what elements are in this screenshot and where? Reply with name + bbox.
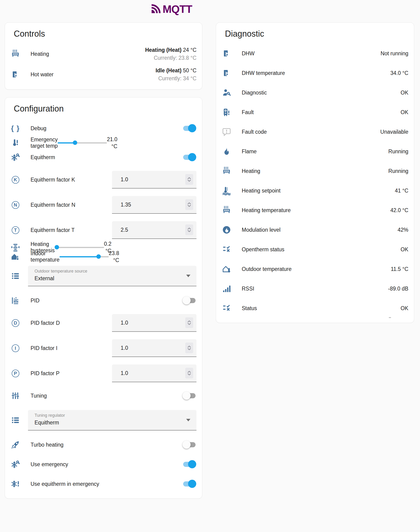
code-braces-icon: { } <box>11 124 20 133</box>
slider[interactable] <box>58 138 107 148</box>
list-icon <box>11 415 20 425</box>
control-state[interactable]: Idle (Heat) 50 °CCurrently: 34 °C <box>156 67 196 82</box>
list-status-icon <box>222 245 231 254</box>
config-label: Equitherm factor K <box>30 177 112 183</box>
config-row-equitherm-factor-n: NEquitherm factor N1.35 <box>5 192 202 218</box>
diagnostic-row[interactable]: Outdoor temperature11.5 °C <box>216 259 414 279</box>
diagnostic-value: 11.5 °C <box>391 266 408 272</box>
number-input[interactable]: 1.0 <box>112 365 196 382</box>
signal-icon <box>222 284 231 293</box>
config-row-emergency-target-temp: Emergency target temp21.0°C <box>5 138 54 148</box>
slider-thumb[interactable] <box>73 140 77 145</box>
radiator-icon <box>11 49 20 59</box>
select[interactable]: Outdoor temperature sourceExternal <box>28 266 196 286</box>
number-input[interactable]: 1.0 <box>112 339 196 357</box>
diagnostic-row[interactable]: DHW temperature34.0 °C <box>216 63 414 83</box>
toggle-thumb <box>182 296 191 305</box>
chat-alert-icon <box>222 127 231 136</box>
diagnostic-row[interactable]: FaultOK <box>216 103 414 122</box>
faucet-icon <box>11 70 20 79</box>
home-thermometer-outline-icon <box>222 264 231 274</box>
diagnostic-row[interactable]: StatusOK <box>216 298 414 318</box>
radiator-icon <box>222 206 231 215</box>
diagnostic-row[interactable]: DHWNot running <box>216 44 414 63</box>
config-label: PID factor P <box>30 370 112 377</box>
diagnostic-row[interactable]: DiagnosticOK <box>216 83 414 103</box>
number-input[interactable]: 1.0 <box>112 171 196 189</box>
state-mode: Heating (Heat) <box>145 47 181 53</box>
diagnostic-row[interactable]: Heating temperature42.0 °C <box>216 200 414 220</box>
number-stepper[interactable] <box>185 368 193 378</box>
number-input[interactable]: 1.35 <box>112 196 196 214</box>
config-row-use-equitherm-in-emergency: Use equitherm in emergency <box>5 474 202 494</box>
number-stepper[interactable] <box>185 317 193 328</box>
number-stepper[interactable] <box>185 342 193 353</box>
snowflake-wrench-icon <box>11 153 20 162</box>
control-state[interactable]: Heating (Heat) 24 °CCurrently: 23.8 °C <box>145 46 196 61</box>
config-label: Equitherm factor T <box>30 227 112 233</box>
select-label: Outdoor temperature source <box>34 269 196 274</box>
config-label: PID <box>30 297 183 304</box>
state-current: Currently: 23.8 °C <box>145 54 196 61</box>
slider-thumb[interactable] <box>55 245 59 250</box>
diagnostic-row[interactable]: Modulation level42% <box>216 220 414 240</box>
toggle[interactable] <box>183 126 195 131</box>
config-row-equitherm-factor-k: KEquitherm factor K1.0 <box>5 167 202 192</box>
diagnostic-value: Unavailable <box>380 129 408 135</box>
diagnostic-label: Diagnostic <box>242 89 401 96</box>
number-value: 1.35 <box>121 202 131 208</box>
config-label: Debug <box>30 125 183 132</box>
number-stepper[interactable] <box>185 199 193 210</box>
mqtt-logo-text: MQTT <box>163 3 192 15</box>
diagnostic-label: DHW temperature <box>242 70 390 76</box>
toggle[interactable] <box>183 155 195 160</box>
diagnostic-card: Diagnostic DHWNot runningDHW temperature… <box>216 22 414 323</box>
diagnostic-rows: DHWNot runningDHW temperature34.0 °CDiag… <box>216 44 414 318</box>
diagnostic-label: Status <box>242 305 401 311</box>
slider[interactable] <box>60 252 109 261</box>
state-mode: Idle (Heat) <box>156 67 181 74</box>
diagnostic-row[interactable]: Opentherm statusOK <box>216 240 414 259</box>
config-row-equitherm: Equitherm <box>5 148 202 167</box>
slider[interactable] <box>55 243 104 252</box>
toggle[interactable] <box>183 298 195 303</box>
number-input[interactable]: 2.5 <box>112 221 196 239</box>
snowflake-wrench-icon <box>11 460 20 469</box>
diagnostic-row[interactable]: FlameRunning <box>216 142 414 161</box>
chart-histogram-icon <box>11 296 20 305</box>
slider-track <box>55 247 104 248</box>
diagnostic-value: Running <box>388 168 408 174</box>
artifact-dash <box>389 317 391 318</box>
diagnostic-row[interactable]: Heating setpoint41 °C <box>216 181 414 200</box>
number-input[interactable]: 1.0 <box>112 314 196 332</box>
content-grid: Controls HeatingHeating (Heat) 24 °CCurr… <box>5 22 420 499</box>
select-value: Equitherm <box>34 420 196 426</box>
diagnostic-label: Outdoor temperature <box>242 266 391 272</box>
diagnostic-row[interactable]: Fault codeUnavailable <box>216 122 414 142</box>
chevron-down-icon <box>186 275 190 277</box>
circle-n-icon: N <box>11 200 20 209</box>
config-row-turbo-heating: Turbo heating <box>5 435 202 455</box>
toggle[interactable] <box>183 442 195 447</box>
diagnostic-label: Modulation level <box>242 227 398 233</box>
home-thermometer-icon <box>11 252 20 261</box>
select[interactable]: Tuning regulatorEquitherm <box>28 410 196 430</box>
number-stepper[interactable] <box>185 224 193 235</box>
toggle[interactable] <box>183 462 195 467</box>
number-stepper[interactable] <box>185 174 193 185</box>
snowflake-alert-icon <box>11 479 20 488</box>
diagnostic-row[interactable]: HeatingRunning <box>216 161 414 181</box>
config-label: Tuning <box>30 393 183 399</box>
number-value: 1.0 <box>121 320 128 326</box>
diagnostic-row[interactable]: RSSI-89.0 dB <box>216 279 414 298</box>
diagnostic-value: Not running <box>381 50 408 57</box>
toggle-thumb <box>182 392 191 400</box>
config-row-pid-factor-d: DPID factor D1.0 <box>5 310 202 336</box>
thermometer-alert-icon <box>11 138 20 148</box>
diagnostic-card-title: Diagnostic <box>216 30 414 38</box>
left-column: Controls HeatingHeating (Heat) 24 °CCurr… <box>5 22 202 499</box>
slider-thumb[interactable] <box>96 254 101 259</box>
toggle[interactable] <box>183 481 195 487</box>
toggle[interactable] <box>183 393 195 398</box>
config-row-outdoor-temperature-source: Outdoor temperature sourceExternal <box>5 261 202 291</box>
